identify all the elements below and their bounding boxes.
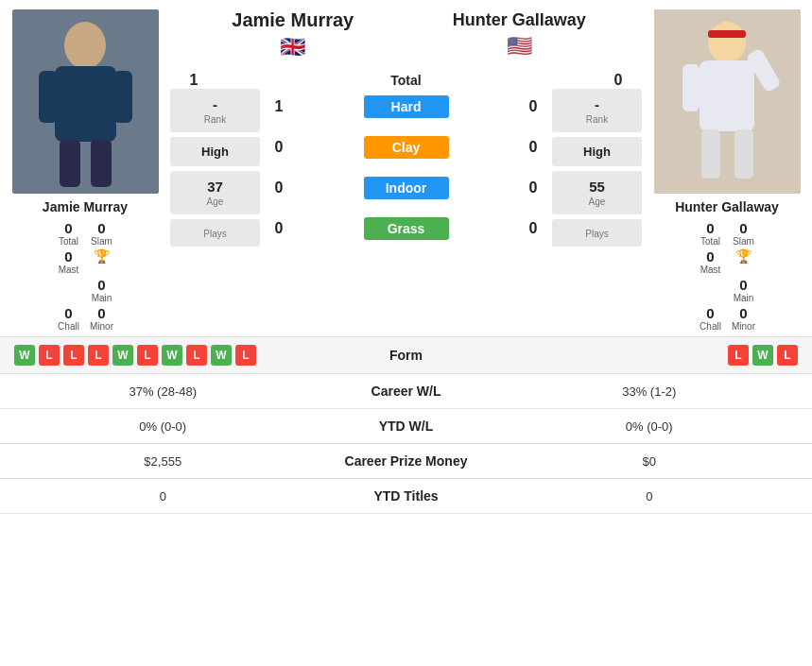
right-age-card: 55 Age (552, 171, 642, 214)
total-left: 1 (180, 72, 208, 89)
svg-rect-12 (701, 129, 720, 179)
form-left: WLLLWLWLWL (14, 345, 312, 366)
center-bottom-row: - Rank High 37 Age Plays (170, 89, 642, 247)
clay-row: 0 Clay 0 (265, 132, 547, 162)
right-stat-main: 0 Main (732, 277, 755, 303)
indoor-right: 0 (519, 179, 547, 196)
right-player-stats: 0 Total 0 Slam 0 Mast 🏆 0 Main (699, 220, 755, 332)
ytd-titles-left: 0 (14, 489, 312, 504)
svg-rect-9 (700, 60, 754, 131)
svg-rect-14 (708, 30, 746, 38)
main-container: Jamie Murray 0 Total 0 Slam 0 Mast 🏆 (0, 0, 812, 514)
right-flag: 🇺🇸 (406, 34, 633, 59)
hard-row: 1 Hard 0 (265, 92, 547, 122)
career-prize-label: Career Prize Money (312, 453, 501, 469)
hard-left: 1 (265, 98, 293, 115)
right-rank-value: - (595, 96, 599, 112)
clay-right: 0 (519, 139, 547, 156)
left-stat-main: 0 Main (90, 277, 113, 303)
right-rank-label: Rank (586, 114, 608, 125)
grass-left: 0 (265, 220, 293, 237)
clay-left: 0 (265, 139, 293, 156)
ytd-titles-right: 0 (501, 489, 799, 504)
right-player-name: Hunter Gallaway (675, 199, 779, 214)
left-high-card: High (170, 137, 260, 166)
left-age-value: 37 (207, 179, 223, 195)
grass-right: 0 (519, 220, 547, 237)
right-plays-label: Plays (585, 229, 608, 239)
left-rank-value: - (213, 96, 217, 112)
right-trophy-icon: 🏆 (732, 248, 755, 275)
left-flag: 🇬🇧 (180, 35, 406, 60)
left-rank-label: Rank (204, 114, 226, 125)
left-player-heading: Jamie Murray (180, 9, 406, 31)
career-wl-left: 37% (28-48) (14, 384, 312, 399)
form-badge-right: L (728, 345, 749, 366)
right-stats-col: - Rank High 55 Age Plays (552, 89, 642, 247)
ytd-titles-row: 0 YTD Titles 0 (0, 479, 812, 514)
left-player-photo (12, 9, 159, 194)
svg-rect-2 (55, 66, 116, 142)
form-label: Form (312, 348, 501, 363)
form-badge-left: L (39, 345, 60, 366)
career-wl-row: 37% (28-48) Career W/L 33% (1-2) (0, 374, 812, 409)
left-trophy-icon: 🏆 (90, 248, 113, 275)
right-heading-area: Hunter Gallaway 🇺🇸 (406, 10, 633, 59)
left-stat-minor: 0 Minor (90, 305, 113, 332)
form-badge-left: L (235, 345, 256, 366)
svg-point-8 (708, 22, 746, 63)
right-stat-mast: 0 Mast (699, 248, 722, 275)
svg-rect-13 (734, 129, 753, 179)
left-stat-slam: 0 Slam (90, 220, 113, 247)
left-stats-col: - Rank High 37 Age Plays (170, 89, 260, 247)
career-prize-right: $0 (501, 454, 799, 469)
left-rank-card: - Rank (170, 89, 260, 132)
form-badge-right: W (752, 345, 773, 366)
hard-badge: Hard (364, 95, 449, 118)
right-stat-total: 0 Total (699, 220, 722, 247)
clay-badge: Clay (364, 136, 449, 159)
form-badge-left: L (88, 345, 109, 366)
left-age-card: 37 Age (170, 171, 260, 214)
left-heading-area: Jamie Murray 🇬🇧 (180, 9, 406, 60)
right-stat-chall: 0 Chall (699, 305, 722, 332)
left-high-value: High (201, 145, 229, 159)
form-right: LWL (501, 345, 799, 366)
left-stat-chall: 0 Chall (57, 305, 80, 332)
right-stat-slam: 0 Slam (732, 220, 755, 247)
left-player-stats: 0 Total 0 Slam 0 Mast 🏆 0 Main (57, 220, 113, 332)
total-right: 0 (604, 72, 632, 89)
svg-rect-4 (113, 71, 132, 123)
form-badge-right: L (777, 345, 798, 366)
indoor-left: 0 (265, 179, 293, 196)
right-plays-card: Plays (552, 219, 642, 247)
center-top-row: Jamie Murray 🇬🇧 Hunter Gallaway 🇺🇸 (170, 9, 642, 60)
left-plays-card: Plays (170, 219, 260, 247)
right-rank-card: - Rank (552, 89, 642, 132)
bottom-section: WLLLWLWLWL Form LWL 37% (28-48) Career W… (0, 336, 812, 514)
ytd-wl-right: 0% (0-0) (501, 419, 799, 434)
form-row: WLLLWLWLWL Form LWL (0, 337, 812, 374)
form-badge-left: W (211, 345, 232, 366)
form-badge-left: L (186, 345, 207, 366)
svg-point-1 (64, 22, 106, 69)
hard-right: 0 (519, 98, 547, 115)
ytd-titles-label: YTD Titles (312, 488, 501, 504)
career-wl-label: Career W/L (312, 384, 501, 399)
ytd-wl-label: YTD W/L (312, 418, 501, 434)
form-badge-left: L (63, 345, 84, 366)
center-area: Jamie Murray 🇬🇧 Hunter Gallaway 🇺🇸 1 Tot… (170, 9, 642, 247)
grass-row: 0 Grass 0 (265, 213, 547, 244)
left-stat-mast: 0 Mast (57, 248, 80, 275)
career-prize-left: $2,555 (14, 454, 312, 469)
form-badge-left: W (162, 345, 182, 366)
form-badge-left: W (14, 345, 35, 366)
indoor-badge: Indoor (364, 177, 449, 199)
ytd-wl-left: 0% (0-0) (14, 419, 312, 434)
right-age-label: Age (589, 196, 606, 207)
total-row: 1 Total 0 (170, 67, 642, 89)
form-badge-left: L (137, 345, 158, 366)
total-label: Total (208, 73, 604, 88)
center-matches-col: 1 Hard 0 0 Clay 0 0 Indoor 0 (265, 89, 547, 247)
indoor-row: 0 Indoor 0 (265, 173, 547, 203)
